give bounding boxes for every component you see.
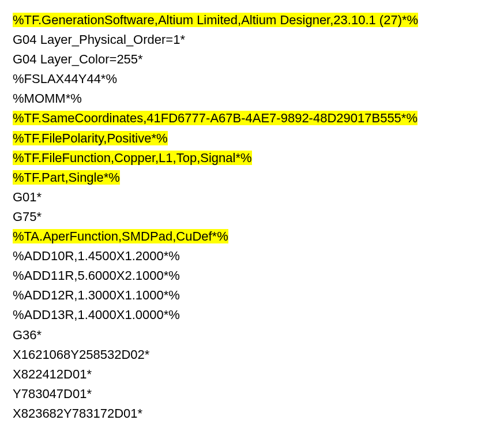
code-line: %TF.Part,Single*% xyxy=(13,168,491,187)
code-line: Y783047D01* xyxy=(13,384,491,404)
code-line: X823682Y783172D01* xyxy=(13,404,491,423)
code-line: %ADD10R,1.4500X1.2000*% xyxy=(13,246,491,266)
highlighted-text: %TA.AperFunction,SMDPad,CuDef*% xyxy=(13,229,228,243)
code-line: X1621068Y258532D02* xyxy=(13,345,491,365)
code-line: %ADD12R,1.3000X1.1000*% xyxy=(13,286,491,305)
code-line: G04 Layer_Physical_Order=1* xyxy=(13,30,491,50)
code-line: %MOMM*% xyxy=(13,89,491,108)
code-line: %TF.GenerationSoftware,Altium Limited,Al… xyxy=(13,10,491,30)
code-line: X822412D01* xyxy=(13,365,491,384)
code-block: %TF.GenerationSoftware,Altium Limited,Al… xyxy=(13,10,491,423)
highlighted-text: %TF.SameCoordinates,41FD6777-A67B-4AE7-9… xyxy=(13,111,418,125)
highlighted-text: %TF.GenerationSoftware,Altium Limited,Al… xyxy=(13,13,418,27)
code-line: G01* xyxy=(13,187,491,207)
code-line: G36* xyxy=(13,325,491,345)
code-line: %TF.FilePolarity,Positive*% xyxy=(13,129,491,148)
code-line: %TA.AperFunction,SMDPad,CuDef*% xyxy=(13,227,491,246)
code-line: %ADD13R,1.4000X1.0000*% xyxy=(13,305,491,325)
code-line: %ADD11R,5.6000X2.1000*% xyxy=(13,266,491,286)
code-line: G04 Layer_Color=255* xyxy=(13,50,491,69)
code-line: G75* xyxy=(13,207,491,227)
code-line: %TF.FileFunction,Copper,L1,Top,Signal*% xyxy=(13,148,491,168)
highlighted-text: %TF.FileFunction,Copper,L1,Top,Signal*% xyxy=(13,151,252,165)
highlighted-text: %TF.Part,Single*% xyxy=(13,170,120,185)
code-line: %TF.SameCoordinates,41FD6777-A67B-4AE7-9… xyxy=(13,108,491,128)
highlighted-text: %TF.FilePolarity,Positive*% xyxy=(13,131,168,145)
code-line: %FSLAX44Y44*% xyxy=(13,69,491,89)
